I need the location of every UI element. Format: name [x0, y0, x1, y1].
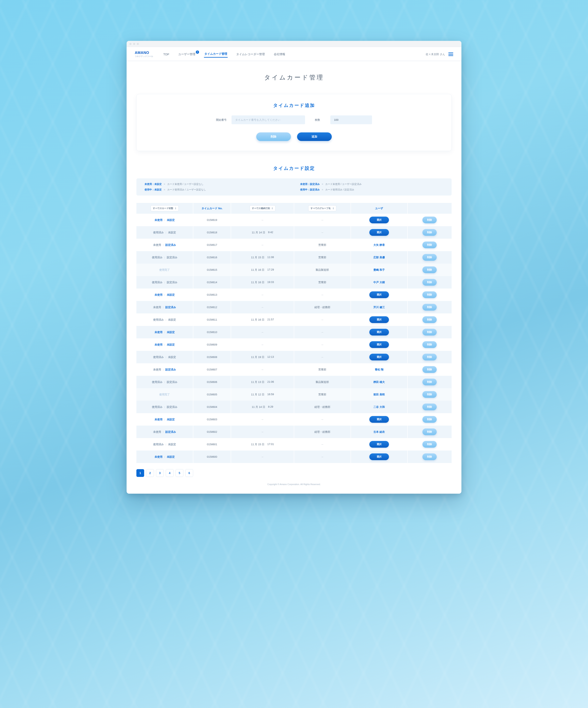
- cell-user: 選択: [351, 226, 407, 239]
- select-user-button[interactable]: 選択: [369, 329, 389, 335]
- status-secondary: 設定済み: [167, 380, 178, 384]
- cell-card-no: 0158605: [193, 388, 231, 401]
- stamp-time: 17:01: [267, 443, 274, 446]
- group-empty: --: [321, 455, 323, 458]
- group-name: 営業部: [318, 368, 326, 371]
- user-name-link[interactable]: 大矢 静香: [373, 243, 385, 246]
- select-user-button[interactable]: 選択: [369, 341, 389, 348]
- delete-row-button[interactable]: 削除: [423, 341, 437, 348]
- select-user-button[interactable]: 選択: [369, 441, 389, 448]
- cell-actions: 削除: [407, 226, 452, 239]
- user-name-link[interactable]: 桝田 雄大: [373, 380, 385, 384]
- status-primary: 未使用: [153, 430, 161, 434]
- page-button[interactable]: 3: [156, 469, 164, 477]
- cell-status: 未使用：未設定: [136, 413, 193, 425]
- delete-row-button[interactable]: 削除: [423, 391, 437, 398]
- delete-row-button[interactable]: 削除: [423, 229, 437, 236]
- nav-timecard[interactable]: タイムカード管理: [204, 51, 228, 58]
- select-user-button[interactable]: 選択: [369, 416, 389, 423]
- cell-status: 未使用：設定済み: [136, 363, 193, 376]
- delete-row-button[interactable]: 削除: [423, 291, 437, 298]
- th-status: すべてのカード状態 ▲▼: [136, 203, 193, 214]
- legend-item: 使用中：未設定=カード使用済み / ユーザー設定なし: [145, 188, 288, 191]
- delete-row-button[interactable]: 削除: [423, 241, 437, 248]
- nav-top[interactable]: TOP: [163, 52, 170, 57]
- status-filter-select[interactable]: すべてのカード状態 ▲▼: [151, 205, 179, 211]
- group-empty: --: [321, 443, 323, 446]
- menu-icon[interactable]: [448, 53, 453, 56]
- page-title: タイムカード管理: [136, 73, 452, 82]
- cell-stamp: --: [231, 214, 294, 226]
- page-button[interactable]: 4: [166, 469, 174, 477]
- user-name-link[interactable]: 青松 翔: [375, 368, 383, 371]
- page-button[interactable]: 2: [146, 469, 154, 477]
- cell-card-no: 0158601: [193, 438, 231, 450]
- select-user-button[interactable]: 選択: [369, 316, 389, 323]
- page-button[interactable]: 6: [185, 469, 193, 477]
- delete-row-button[interactable]: 削除: [423, 429, 437, 435]
- user-name-link[interactable]: 広部 美優: [373, 256, 385, 259]
- status-secondary: 未設定: [167, 330, 175, 334]
- cell-group: --: [294, 289, 351, 301]
- select-user-button[interactable]: 選択: [369, 291, 389, 298]
- user-name-link[interactable]: 豊嶋 和子: [373, 268, 385, 271]
- nav-recorder[interactable]: タイムレコーダー管理: [236, 51, 265, 57]
- stamp-date: 11 月 16 日: [251, 268, 265, 272]
- cell-group: --: [294, 351, 351, 363]
- legend-key: 使用中：設定済み: [300, 188, 320, 191]
- status-secondary: 設定済み: [167, 281, 178, 284]
- delete-row-button[interactable]: 削除: [423, 216, 437, 223]
- table-row: 未使用：設定済み0158607--営業部青松 翔削除: [136, 363, 452, 376]
- delete-row-button[interactable]: 削除: [423, 329, 437, 335]
- cell-user: 選択: [351, 450, 407, 463]
- user-name-link[interactable]: 前田 美咲: [373, 393, 385, 396]
- delete-row-button[interactable]: 削除: [423, 379, 437, 385]
- select-user-button[interactable]: 選択: [369, 453, 389, 460]
- delete-row-button[interactable]: 削除: [423, 366, 437, 373]
- add-card-form: 開始番号 枚数: [149, 115, 439, 124]
- start-number-input[interactable]: [231, 115, 305, 124]
- delete-row-button[interactable]: 削除: [423, 316, 437, 323]
- delete-range-button[interactable]: 削除: [256, 132, 291, 141]
- user-name-link[interactable]: 芹川 健三: [373, 306, 385, 309]
- delete-row-button[interactable]: 削除: [423, 304, 437, 311]
- delete-row-button[interactable]: 削除: [423, 354, 437, 360]
- status-secondary: 未設定: [167, 418, 175, 421]
- add-range-button[interactable]: 追加: [297, 132, 332, 141]
- select-user-button[interactable]: 選択: [369, 216, 389, 223]
- cell-actions: 削除: [407, 401, 452, 413]
- cell-card-no: 0158600: [193, 450, 231, 463]
- page-button[interactable]: 5: [176, 469, 183, 477]
- cell-status: 未使用：未設定: [136, 326, 193, 338]
- delete-row-button[interactable]: 削除: [423, 416, 437, 423]
- cell-stamp: 11 月 14 日9:42: [231, 226, 294, 239]
- delete-row-button[interactable]: 削除: [423, 254, 437, 261]
- table-row: 未使用：未設定0158613----選択削除: [136, 289, 452, 301]
- select-user-button[interactable]: 選択: [369, 229, 389, 236]
- delete-row-button[interactable]: 削除: [423, 453, 437, 460]
- user-name-link[interactable]: 二谷 大和: [373, 405, 385, 409]
- nav-company[interactable]: 会社情報: [273, 51, 286, 57]
- group-filter-select[interactable]: すべてのグループ名 ▲▼: [308, 205, 336, 211]
- nav-users[interactable]: ユーザー管理 3: [178, 51, 196, 57]
- cell-card-no: 0158618: [193, 226, 231, 239]
- status-legend: 未使用：未設定=カード未使用 / ユーザー設定なし未使用：設定済み=カード未使用…: [136, 178, 452, 196]
- legend-key: 使用中：未設定: [145, 188, 162, 191]
- user-name-link[interactable]: 中戸 大樹: [373, 281, 385, 284]
- stamp-empty: --: [261, 343, 264, 346]
- delete-row-button[interactable]: 削除: [423, 279, 437, 286]
- window-dot: [129, 43, 131, 45]
- page-button[interactable]: 1: [136, 469, 144, 477]
- count-input[interactable]: [330, 115, 372, 124]
- delete-row-button[interactable]: 削除: [423, 404, 437, 410]
- delete-row-button[interactable]: 削除: [423, 441, 437, 448]
- user-name-link[interactable]: 古本 結衣: [373, 430, 385, 433]
- group-name: 製品製造部: [316, 268, 329, 271]
- select-user-button[interactable]: 選択: [369, 354, 389, 360]
- nav-users-label: ユーザー管理: [178, 53, 195, 56]
- stamp-filter-select[interactable]: すべての最終打刻 ▲▼: [250, 205, 275, 211]
- table-row: 未使用：設定済み0158612--経理・総務部芹川 健三削除: [136, 301, 452, 314]
- delete-row-button[interactable]: 削除: [423, 266, 437, 273]
- stamp-time: 9:42: [268, 231, 273, 234]
- cell-card-no: 0158603: [193, 413, 231, 425]
